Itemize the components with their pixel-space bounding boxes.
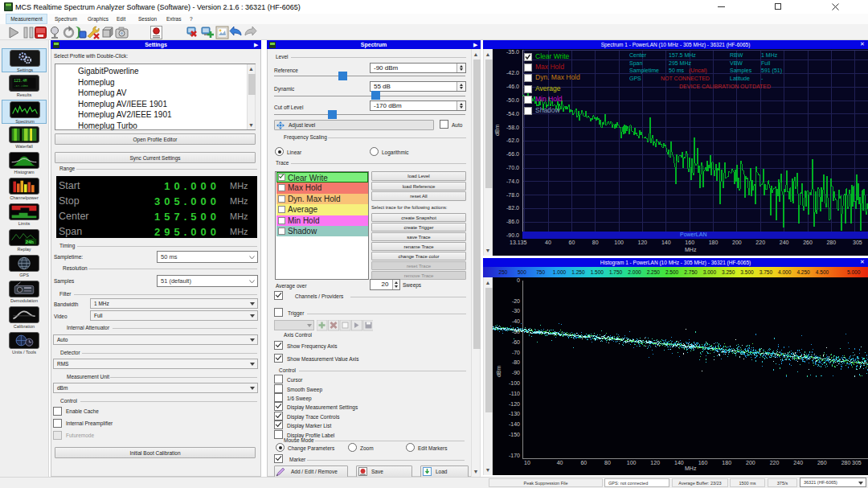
svg-text:123.4M: 123.4M (14, 79, 27, 83)
svg-text:-67.2dBm: -67.2dBm (14, 84, 27, 87)
svg-text:24h: 24h (26, 240, 35, 244)
